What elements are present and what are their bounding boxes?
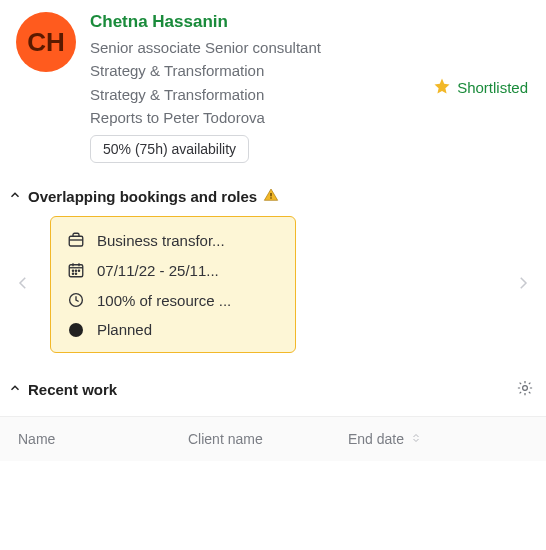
status-dot-icon [67, 323, 85, 337]
warning-icon [263, 187, 279, 206]
svg-rect-2 [69, 236, 83, 246]
chevron-up-icon [8, 188, 22, 205]
booking-status-line: Planned [67, 321, 279, 338]
shortlisted-label: Shortlisted [457, 79, 528, 96]
calendar-icon [67, 261, 85, 279]
column-header-end-date-label: End date [348, 431, 404, 447]
booking-status: Planned [97, 321, 152, 338]
svg-point-5 [75, 270, 76, 271]
profile-header: CH Chetna Hassanin Senior associate Seni… [0, 0, 546, 169]
svg-rect-1 [271, 197, 272, 198]
booking-allocation: 100% of resource ... [97, 292, 231, 309]
column-header-end-date[interactable]: End date [348, 431, 528, 447]
booking-dates-line: 07/11/22 - 25/11... [67, 261, 279, 279]
booking-card[interactable]: Business transfor... 07/11/22 - 25/11...… [50, 216, 296, 353]
carousel-next-button[interactable] [504, 225, 542, 345]
overlapping-bookings-title: Overlapping bookings and roles [28, 188, 257, 205]
chevron-right-icon [514, 269, 532, 300]
shortlisted-badge[interactable]: Shortlisted [433, 12, 528, 163]
booking-project-line: Business transfor... [67, 231, 279, 249]
availability-pill[interactable]: 50% (75h) availability [90, 135, 249, 163]
person-name[interactable]: Chetna Hassanin [90, 12, 419, 32]
svg-point-7 [72, 273, 73, 274]
chevron-up-icon [8, 381, 22, 398]
department-line-1: Strategy & Transformation [90, 59, 419, 82]
gear-icon [516, 383, 534, 400]
svg-point-8 [75, 273, 76, 274]
profile-info: Chetna Hassanin Senior associate Senior … [90, 12, 419, 163]
booking-dates: 07/11/22 - 25/11... [97, 262, 219, 279]
department-line-2: Strategy & Transformation [90, 83, 419, 106]
settings-button[interactable] [516, 379, 534, 400]
chevron-left-icon [14, 269, 32, 300]
recent-work-title: Recent work [28, 381, 117, 398]
role-line: Senior associate Senior consultant [90, 36, 419, 59]
svg-point-6 [78, 270, 79, 271]
star-icon [433, 77, 451, 98]
bookings-carousel: Business transfor... 07/11/22 - 25/11...… [0, 216, 546, 361]
column-header-name[interactable]: Name [18, 431, 188, 447]
avatar-initials: CH [27, 27, 65, 58]
carousel-prev-button[interactable] [4, 225, 42, 345]
reports-to-line: Reports to Peter Todorova [90, 106, 419, 129]
svg-rect-0 [271, 193, 272, 196]
recent-work-table-header: Name Client name End date [0, 416, 546, 461]
sort-icon [410, 431, 422, 447]
svg-point-10 [523, 386, 528, 391]
svg-point-4 [72, 270, 73, 271]
avatar[interactable]: CH [16, 12, 76, 72]
booking-project: Business transfor... [97, 232, 225, 249]
briefcase-icon [67, 231, 85, 249]
column-header-client[interactable]: Client name [188, 431, 348, 447]
recent-work-header[interactable]: Recent work [0, 361, 546, 410]
overlapping-bookings-header[interactable]: Overlapping bookings and roles [0, 169, 546, 216]
booking-allocation-line: 100% of resource ... [67, 291, 279, 309]
clock-icon [67, 291, 85, 309]
